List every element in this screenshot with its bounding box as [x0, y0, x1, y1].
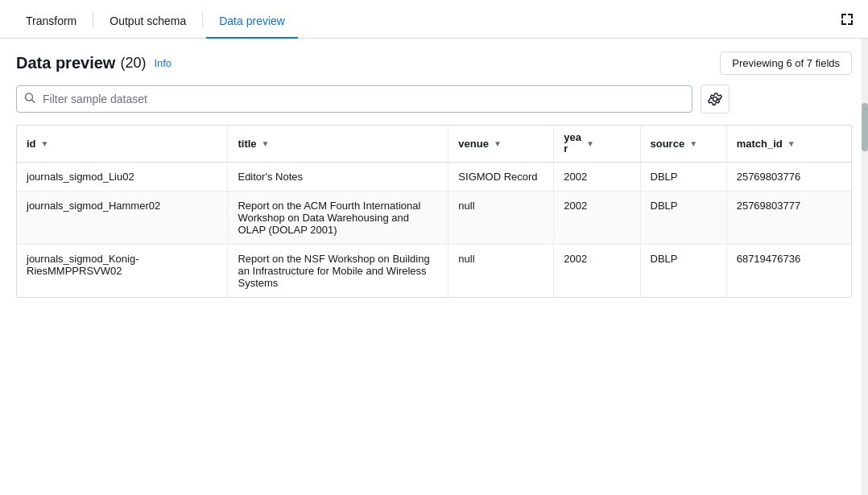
col-header-venue[interactable]: venue ▼ — [448, 126, 554, 162]
cell-source: DBLP — [640, 244, 726, 297]
search-input[interactable] — [16, 85, 692, 113]
cell-match_id: 25769803776 — [726, 162, 851, 191]
sort-icon-year: ▼ — [586, 139, 594, 148]
tab-divider-2 — [202, 11, 203, 27]
cell-id: journals_sigmod_Liu02 — [17, 162, 228, 191]
count-badge: (20) — [120, 55, 146, 72]
scrollbar-thumb[interactable] — [862, 103, 868, 151]
cell-title: Editor's Notes — [228, 162, 448, 191]
cell-id: journals_sigmod_Hammer02 — [17, 191, 228, 244]
sort-icon-match-id: ▼ — [787, 139, 796, 148]
col-header-year[interactable]: yea r ▼ — [554, 126, 640, 162]
cell-venue: SIGMOD Record — [448, 162, 554, 191]
tab-bar: Transform Output schema Data preview — [0, 0, 868, 39]
tab-divider-1 — [93, 11, 93, 27]
table-row: journals_sigmod_Konig-RiesMMPPRSVW02Repo… — [17, 244, 851, 297]
cell-match_id: 25769803777 — [726, 191, 851, 244]
data-table: id ▼ title ▼ venue ▼ — [16, 125, 852, 298]
col-header-match-id[interactable]: match_id ▼ — [726, 126, 851, 162]
preview-badge: Previewing 6 of 7 fields — [720, 52, 852, 75]
cell-year: 2002 — [554, 244, 640, 297]
cell-title: Report on the NSF Workshop on Building a… — [228, 244, 448, 297]
header-row: Data preview (20) Info Previewing 6 of 7… — [16, 52, 852, 75]
col-header-source[interactable]: source ▼ — [640, 126, 726, 162]
tab-output-schema[interactable]: Output schema — [97, 5, 199, 39]
sort-icon-source: ▼ — [689, 139, 697, 148]
sort-icon-venue: ▼ — [494, 139, 502, 148]
table-row: journals_sigmod_Hammer02Report on the AC… — [17, 191, 851, 244]
cell-title: Report on the ACM Fourth International W… — [228, 191, 448, 244]
tab-data-preview[interactable]: Data preview — [206, 5, 298, 39]
settings-button[interactable] — [701, 85, 730, 113]
cell-source: DBLP — [640, 162, 726, 191]
cell-year: 2002 — [554, 191, 640, 244]
cell-id: journals_sigmod_Konig-RiesMMPPRSVW02 — [17, 244, 228, 297]
search-row — [16, 85, 852, 113]
sort-icon-id: ▼ — [41, 139, 49, 148]
col-header-title[interactable]: title ▼ — [228, 126, 448, 162]
info-link[interactable]: Info — [154, 57, 172, 69]
scrollbar-track[interactable] — [862, 39, 868, 495]
search-icon — [24, 93, 35, 106]
table-row: journals_sigmod_Liu02Editor's NotesSIGMO… — [17, 162, 851, 191]
table-header-row: id ▼ title ▼ venue ▼ — [17, 126, 851, 162]
cell-venue: null — [448, 244, 554, 297]
col-header-id[interactable]: id ▼ — [17, 126, 228, 162]
expand-icon[interactable] — [839, 11, 855, 27]
page-title: Data preview — [16, 54, 115, 72]
tab-transform[interactable]: Transform — [13, 5, 89, 39]
search-container — [16, 85, 692, 113]
cell-match_id: 68719476736 — [726, 244, 851, 297]
main-content: Data preview (20) Info Previewing 6 of 7… — [0, 39, 868, 495]
svg-line-1 — [32, 100, 35, 103]
cell-venue: null — [448, 191, 554, 244]
cell-source: DBLP — [640, 191, 726, 244]
sort-icon-title: ▼ — [262, 139, 270, 148]
cell-year: 2002 — [554, 162, 640, 191]
